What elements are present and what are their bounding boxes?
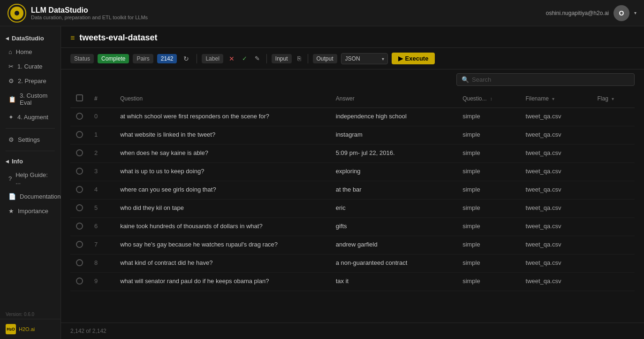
row-radio[interactable]: [76, 131, 83, 138]
sidebar-section-datastudio[interactable]: ◂ DataStudio: [0, 32, 61, 45]
importance-icon: ★: [8, 208, 14, 215]
row-filename: tweet_qa.csv: [520, 181, 592, 200]
th-flag[interactable]: Flag ▾: [592, 90, 635, 108]
h2o-label: H2O.ai: [19, 326, 35, 332]
refresh-button[interactable]: ↻: [181, 54, 192, 64]
label-check-button[interactable]: ✓: [240, 54, 249, 63]
row-radio[interactable]: [76, 259, 83, 266]
row-answer: gifts: [330, 218, 457, 236]
row-question-type: simple: [457, 254, 520, 273]
row-question: kaine took hundreds of thousands of doll…: [114, 218, 330, 236]
sidebar-item-documentation[interactable]: 📄 Documentation: [2, 190, 59, 203]
row-question-type: simple: [457, 126, 520, 145]
row-flag: [592, 200, 635, 218]
label-x-button[interactable]: ✕: [227, 54, 236, 63]
row-radio[interactable]: [76, 241, 83, 248]
row-num: 0: [89, 108, 114, 126]
sidebar-divider: [6, 128, 55, 129]
home-icon: ⌂: [8, 48, 12, 55]
sidebar-item-prepare[interactable]: ⚙ 2. Prepare: [2, 74, 59, 88]
sort-icon-question-type: ↕: [490, 96, 492, 101]
chevron-icon-info: ◂: [6, 158, 9, 165]
header-checkbox[interactable]: [76, 94, 83, 101]
main-content: ≡ tweets-eval-dataset Status Complete Pa…: [61, 26, 644, 339]
table-row[interactable]: 6 kaine took hundreds of thousands of do…: [70, 218, 635, 236]
row-radio[interactable]: [76, 223, 83, 230]
sidebar-item-curate[interactable]: ✂ 1. Curate: [2, 60, 59, 73]
row-radio[interactable]: [76, 113, 83, 120]
pairs-count-badge: 2142: [157, 54, 177, 63]
row-radio[interactable]: [76, 186, 83, 193]
sidebar-item-custom-eval[interactable]: 📋 3. Custom Eval: [2, 89, 59, 109]
table-row[interactable]: 9 what will senator rand paul do if he k…: [70, 273, 635, 291]
row-answer: andrew garfield: [330, 236, 457, 254]
toolbar: Status Complete Pairs 2142 ↻ Label ✕ ✓ ✎…: [61, 48, 644, 69]
row-radio-cell: [70, 273, 89, 291]
sidebar-item-label: Documentation: [20, 193, 61, 200]
sidebar-item-label: 2. Prepare: [18, 77, 46, 85]
h2o-logo-icon: H₂O: [6, 324, 16, 334]
row-question: what kind of contract did he have?: [114, 254, 330, 273]
user-menu-chevron-icon[interactable]: ▾: [634, 10, 636, 15]
sidebar-divider-2: [6, 151, 55, 151]
topbar: LLM DataStudio Data curation, preparatio…: [0, 0, 644, 26]
th-filename[interactable]: Filename ▾: [520, 90, 592, 108]
table-row[interactable]: 8 what kind of contract did he have? a n…: [70, 254, 635, 273]
sidebar-item-augment[interactable]: ✦ 4. Augment: [2, 110, 59, 124]
sidebar-item-settings[interactable]: ⚙ Settings: [2, 133, 59, 146]
augment-icon: ✦: [8, 114, 14, 121]
th-select: [70, 90, 89, 108]
row-filename: tweet_qa.csv: [520, 145, 592, 163]
row-answer: at the bar: [330, 181, 457, 200]
app-logo: LLM DataStudio Data curation, preparatio…: [8, 4, 148, 23]
pairs-label-badge: Pairs: [133, 54, 153, 63]
row-radio-cell: [70, 254, 89, 273]
table-row[interactable]: 7 who say he's gay because he watches ru…: [70, 236, 635, 254]
table-row[interactable]: 4 where can you see girls doing that? at…: [70, 181, 635, 200]
row-radio-cell: [70, 126, 89, 145]
label-label-badge: Label: [202, 54, 223, 63]
app-title-block: LLM DataStudio Data curation, preparatio…: [31, 6, 148, 20]
custom-eval-icon: 📋: [8, 96, 16, 103]
output-badge: Output: [313, 54, 337, 63]
row-count: 2,142 of 2,142: [70, 328, 106, 334]
row-num: 9: [89, 273, 114, 291]
th-question-type[interactable]: Questio... ↕: [457, 90, 520, 108]
sidebar-item-importance[interactable]: ★ Importance: [2, 204, 59, 218]
table-row[interactable]: 2 when does he say kaine is able? 5:09 p…: [70, 145, 635, 163]
label-edit-button[interactable]: ✎: [253, 54, 262, 63]
row-flag: [592, 108, 635, 126]
sidebar-item-label: Help Guide: ...: [15, 171, 52, 185]
sidebar-section-info[interactable]: ◂ Info: [0, 155, 61, 168]
table-row[interactable]: 3 what is up to us to keep doing? explor…: [70, 163, 635, 181]
table-row[interactable]: 0 at which school were first responders …: [70, 108, 635, 126]
format-select-wrapper: JSON CSV YAML Text ▾: [341, 53, 388, 64]
execute-button[interactable]: ▶ Execute: [392, 53, 435, 64]
row-radio[interactable]: [76, 149, 83, 156]
format-select[interactable]: JSON CSV YAML Text: [341, 53, 388, 64]
search-input[interactable]: [472, 76, 629, 83]
sidebar-item-help[interactable]: ? Help Guide: ...: [2, 168, 59, 189]
topbar-right: oshini.nugapitiya@h2o.ai O ▾: [546, 5, 636, 21]
row-radio[interactable]: [76, 204, 83, 211]
table-row[interactable]: 5 who did they kil on tape eric simple t…: [70, 200, 635, 218]
logo-circle: [8, 4, 26, 23]
row-radio[interactable]: [76, 168, 83, 175]
search-icon: 🔍: [462, 76, 469, 83]
row-num: 3: [89, 163, 114, 181]
row-question: what website is linked in the tweet?: [114, 126, 330, 145]
row-question: who did they kil on tape: [114, 200, 330, 218]
execute-label: Execute: [405, 55, 429, 62]
h2o-badge[interactable]: H₂O H2O.ai: [6, 324, 55, 334]
row-num: 8: [89, 254, 114, 273]
refresh-icon: ↻: [183, 55, 189, 62]
input-badge: Input: [272, 54, 292, 63]
sidebar-item-label: 4. Augment: [17, 114, 48, 121]
copy-button[interactable]: ⎘: [295, 54, 303, 63]
sidebar-info-label: Info: [12, 158, 23, 165]
row-radio[interactable]: [76, 277, 83, 285]
table-row[interactable]: 1 what website is linked in the tweet? i…: [70, 126, 635, 145]
sidebar-item-home[interactable]: ⌂ Home: [2, 45, 59, 59]
avatar[interactable]: O: [614, 5, 629, 21]
row-answer: 5:09 pm- jul 22, 2016.: [330, 145, 457, 163]
